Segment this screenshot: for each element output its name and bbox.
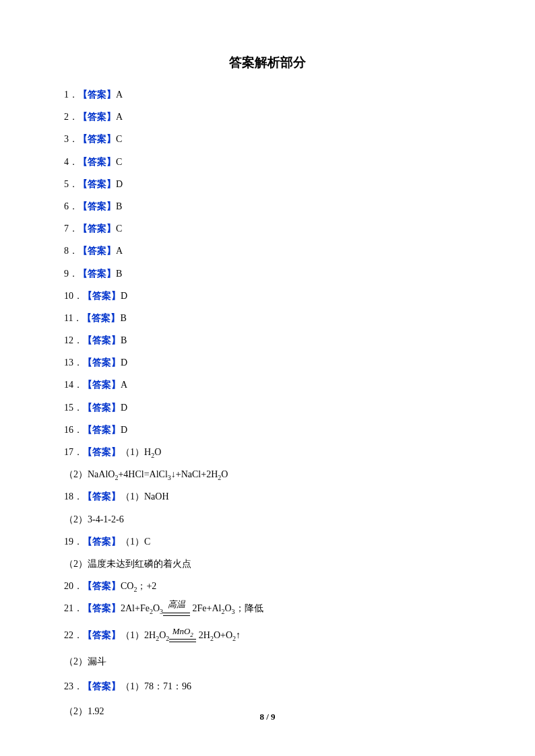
answer-value: D: [121, 403, 127, 413]
answer-value: B: [116, 201, 122, 211]
answer-row: 11．【答案】B: [64, 311, 471, 325]
question-number: 2．: [64, 112, 78, 122]
answer-tag: 【答案】: [83, 291, 121, 301]
question-number: 1．: [64, 90, 78, 100]
question-number: 22．: [64, 630, 83, 640]
question-number: 6．: [64, 201, 78, 211]
question-number: 14．: [64, 380, 83, 390]
question-number: 17．: [64, 447, 83, 457]
answer-tag: 【答案】: [78, 201, 116, 211]
answer-value: D: [121, 425, 127, 435]
answer-subpart: （2）3-4-1-2-6: [64, 512, 471, 526]
answer-tag: 【答案】: [78, 112, 116, 122]
answer-value: A: [116, 246, 123, 256]
reaction-condition: MnO2: [169, 625, 196, 638]
question-number: 18．: [64, 491, 83, 502]
answer-subpart: （2）温度未达到红磷的着火点: [64, 557, 471, 571]
answer-row: 9．【答案】B: [64, 267, 471, 281]
answer-row: 3．【答案】C: [64, 132, 471, 146]
answer-tag: 【答案】: [78, 179, 116, 189]
answer-tag: 【答案】: [83, 630, 121, 640]
answer-value: A: [116, 112, 123, 122]
question-number: 19．: [64, 537, 83, 547]
answer-subpart: （2）NaAlO2+4HCl=AlCl3↓+NaCl+2H2O: [64, 467, 471, 481]
answer-tag: 【答案】: [83, 581, 121, 591]
answer-value: D: [116, 179, 123, 189]
question-number: 8．: [64, 246, 78, 256]
answer-value: （1）NaOH: [121, 491, 169, 502]
answer-row: 10．【答案】D: [64, 289, 471, 303]
answer-tag: 【答案】: [78, 224, 116, 234]
answer-tag: 【答案】: [83, 681, 121, 691]
answer-row: 15．【答案】D: [64, 401, 471, 415]
answer-row: 17．【答案】（1）H2O: [64, 445, 471, 459]
answer-value: 2Al+Fe2O3高温 2Fe+Al2O3；降低: [121, 603, 263, 613]
answer-row: 19．【答案】（1）C: [64, 535, 471, 549]
answer-row: 1．【答案】A: [64, 88, 471, 102]
answer-tag: 【答案】: [83, 335, 121, 345]
answer-tag: 【答案】: [83, 537, 121, 547]
answer-value: A: [116, 90, 123, 100]
reaction-condition: 高温: [163, 598, 190, 611]
answer-tag: 【答案】: [83, 447, 121, 457]
question-number: 11．: [64, 313, 82, 323]
page-footer: 8 / 9: [0, 712, 535, 722]
answer-row: 2．【答案】A: [64, 110, 471, 124]
answer-tag: 【答案】: [83, 603, 121, 613]
answer-tag: 【答案】: [83, 380, 121, 390]
question-number: 13．: [64, 357, 83, 368]
answer-row: 20．【答案】CO2；+2: [64, 579, 471, 593]
question-number: 7．: [64, 224, 78, 234]
question-number: 10．: [64, 291, 83, 301]
answer-value: （1）2H2O2MnO2 2H2O+O2↑: [121, 630, 241, 640]
answer-value: （1）H2O: [121, 447, 161, 457]
answer-tag: 【答案】: [83, 357, 121, 368]
answer-value: A: [121, 380, 127, 390]
answer-value: C: [116, 224, 122, 234]
answer-row: 6．【答案】B: [64, 199, 471, 213]
answer-row: 5．【答案】D: [64, 177, 471, 191]
answer-value: B: [120, 313, 126, 323]
answer-tag: 【答案】: [78, 269, 116, 279]
answer-tag: 【答案】: [83, 403, 121, 413]
answer-value: （1）C: [121, 537, 150, 547]
answer-row: 13．【答案】D: [64, 355, 471, 370]
answer-tag: 【答案】: [82, 313, 120, 323]
answer-subpart: （2）漏斗: [64, 654, 471, 668]
question-number: 20．: [64, 581, 83, 591]
answer-row: 18．【答案】（1）NaOH: [64, 489, 471, 504]
answer-row: 16．【答案】D: [64, 423, 471, 437]
answer-value: B: [121, 335, 127, 345]
answer-value: C: [116, 157, 122, 167]
answer-row: 7．【答案】C: [64, 221, 471, 236]
page-title: 答案解析部分: [64, 54, 471, 71]
answer-tag: 【答案】: [78, 157, 116, 167]
answer-row: 4．【答案】C: [64, 155, 471, 169]
question-number: 5．: [64, 179, 78, 189]
answer-value: CO2；+2: [121, 581, 156, 591]
answer-value: B: [116, 269, 122, 279]
answer-value: C: [116, 134, 122, 144]
answer-value: D: [121, 357, 127, 368]
question-number: 15．: [64, 403, 83, 413]
question-number: 16．: [64, 425, 83, 435]
question-number: 9．: [64, 269, 78, 279]
answer-value: （1）78：71：96: [121, 681, 191, 691]
answer-row: 23．【答案】（1）78：71：96: [64, 679, 471, 693]
answer-row: 21．【答案】2Al+Fe2O3高温 2Fe+Al2O3；降低: [64, 601, 471, 616]
question-number: 21．: [64, 603, 83, 613]
answer-row: 22．【答案】（1）2H2O2MnO2 2H2O+O2↑: [64, 628, 471, 643]
answer-row: 12．【答案】B: [64, 333, 471, 347]
question-number: 12．: [64, 335, 83, 345]
question-number: 3．: [64, 134, 78, 144]
answer-tag: 【答案】: [78, 134, 116, 144]
question-number: 4．: [64, 157, 78, 167]
answer-tag: 【答案】: [78, 246, 116, 256]
answer-tag: 【答案】: [83, 491, 121, 502]
question-number: 23．: [64, 681, 83, 691]
answer-tag: 【答案】: [78, 90, 116, 100]
answer-value: D: [121, 291, 127, 301]
answer-tag: 【答案】: [83, 425, 121, 435]
answer-row: 14．【答案】A: [64, 378, 471, 392]
answer-row: 8．【答案】A: [64, 244, 471, 258]
